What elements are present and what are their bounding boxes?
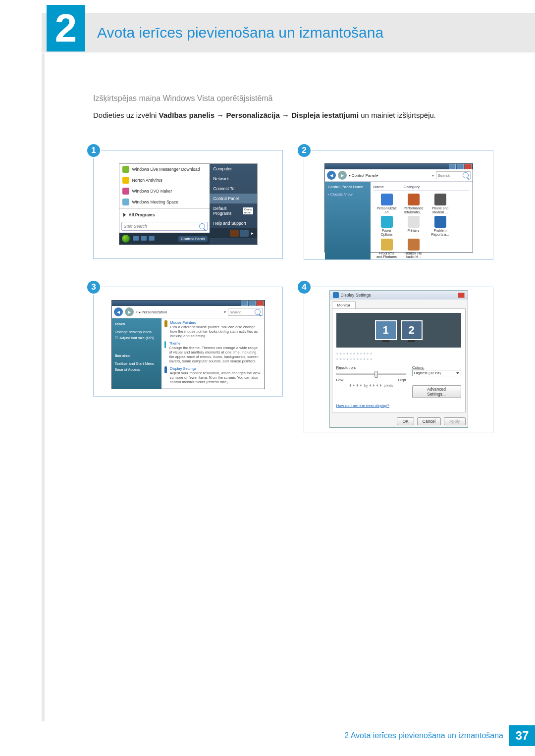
search-icon xyxy=(463,172,469,178)
chevron-right-icon xyxy=(123,213,126,217)
start-item[interactable]: Norton AntiVirus xyxy=(119,175,210,186)
resolution-slider[interactable] xyxy=(336,373,406,375)
pz-side-link[interactable]: Taskbar and Start Menu xyxy=(115,361,159,367)
start-right-item[interactable]: Default ProgramsCusto mize xyxy=(210,203,257,218)
search-placeholder: Start Search xyxy=(124,224,147,229)
cp-main: Name Category Personalizati onPerformanc… xyxy=(371,182,473,260)
maximize-icon[interactable] xyxy=(457,164,464,169)
back-icon[interactable]: ◀ xyxy=(327,171,336,180)
ok-button[interactable]: OK xyxy=(397,417,414,425)
advanced-settings-button[interactable]: Advanced Settings... xyxy=(412,385,461,398)
tasks-header: Tasks xyxy=(115,321,159,327)
pz-item[interactable]: Display SettingsAdjust your monitor reso… xyxy=(164,366,262,384)
start-right-item[interactable]: Network xyxy=(210,174,257,184)
screenshot-1: 1 Windows Live Messenger Download Norton… xyxy=(93,150,283,260)
nav-bar: ◀ ▶ ▸ Control Panel ▸ ▾ Search xyxy=(325,169,473,182)
start-right-item[interactable]: Connect To xyxy=(210,184,257,194)
monitor-2[interactable]: 2 xyxy=(401,320,423,340)
pz-item[interactable]: ThemeChange the theme. Themes can change… xyxy=(164,341,262,363)
close-icon[interactable] xyxy=(458,293,465,298)
cp-icon[interactable]: Programs and Features xyxy=(374,239,400,259)
start-search-input[interactable]: Start Search xyxy=(121,222,208,231)
start-item-label: Windows DVD Maker xyxy=(132,189,172,194)
start-right-item[interactable]: Computer xyxy=(210,164,257,174)
footer-text: 2 Avota ierīces pievienošana un izmantoš… xyxy=(344,731,503,740)
start-item[interactable]: Windows Meeting Space xyxy=(119,197,210,207)
forward-icon[interactable]: ▶ xyxy=(338,171,347,180)
breadcrumb[interactable]: « ▸ Personalization xyxy=(136,310,222,314)
body-tail: un mainiet izšķirtspēju. xyxy=(359,111,436,119)
slider-thumb[interactable] xyxy=(374,371,378,378)
masked-text: ∗∗∗∗∗∗∗∗∗∗∗ xyxy=(336,357,461,361)
all-programs[interactable]: All Programs xyxy=(119,210,210,220)
search-input[interactable]: Search xyxy=(436,171,471,179)
forward-icon[interactable]: ▶ xyxy=(125,307,134,316)
chapter-title: Avota ierīces pievienošana un izmantošan… xyxy=(97,24,383,41)
window-titlebar xyxy=(112,301,265,306)
breadcrumb[interactable]: ▸ Control Panel ▸ xyxy=(349,173,430,178)
close-icon[interactable] xyxy=(257,301,264,306)
chapter-header: Avota ierīces pievienošana un izmantošan… xyxy=(42,13,535,52)
search-icon xyxy=(255,309,261,315)
cp-classic-link[interactable]: • Classic View xyxy=(328,192,368,197)
minimize-icon[interactable] xyxy=(449,164,456,169)
pz-side-link[interactable]: 🛡 Adjust font size (DPI) xyxy=(115,335,159,341)
body-bold3: Displeja iestatījumi xyxy=(291,111,359,119)
back-icon[interactable]: ◀ xyxy=(114,307,123,316)
power-icon[interactable] xyxy=(230,230,239,237)
cp-icon[interactable]: Personalizati on xyxy=(374,194,400,214)
start-item-label: Windows Live Messenger Download xyxy=(132,167,200,172)
close-icon[interactable] xyxy=(465,164,472,169)
start-orb-icon[interactable] xyxy=(121,234,130,243)
resolution-label: Resolution: xyxy=(336,365,406,370)
power-row: ▸ xyxy=(210,228,257,238)
cp-icon[interactable]: Printers xyxy=(401,216,427,233)
all-programs-label: All Programs xyxy=(129,212,155,217)
slider-low: Low xyxy=(336,378,344,382)
apply-button[interactable]: Apply xyxy=(444,417,465,425)
pz-main: Mouse PointersPick a different mouse poi… xyxy=(161,318,265,389)
cp-headers: Name Category xyxy=(374,184,470,191)
screenshot-3: 3 ◀ ▶ « ▸ Personalization ▾ xyxy=(93,287,283,433)
cp-icon[interactable]: Problem Reports a... xyxy=(428,216,453,236)
chapter-number-badge: 2 xyxy=(47,5,85,51)
tab-monitor[interactable]: Monitor xyxy=(332,302,356,308)
cp-home-link[interactable]: Control Panel Home xyxy=(328,185,368,189)
page-number: 37 xyxy=(509,725,535,746)
taskbar-icons[interactable] xyxy=(132,235,156,242)
maximize-icon[interactable] xyxy=(249,301,256,306)
colors-label: Colors: xyxy=(412,365,461,370)
pz-side-link[interactable]: Ease of Access xyxy=(115,367,159,373)
pz-item[interactable]: Mouse PointersPick a different mouse poi… xyxy=(164,320,262,338)
start-item[interactable]: Windows DVD Maker xyxy=(119,186,210,197)
taskbar-active[interactable]: Control Panel xyxy=(178,236,207,242)
page-footer: 2 Avota ierīces pievienošana un izmantoš… xyxy=(344,725,535,746)
monitor-1[interactable]: 1 xyxy=(375,320,397,340)
body-bold2: Personalizācija xyxy=(226,111,279,119)
start-right-item-highlight[interactable]: Control Panel xyxy=(210,194,257,203)
cp-icon[interactable]: Phone and Modem ... xyxy=(428,194,453,214)
help-link[interactable]: How do I get the best display? xyxy=(336,403,389,408)
lock-icon[interactable] xyxy=(240,230,249,237)
pz-side-link[interactable]: Change desktop icons xyxy=(115,329,159,335)
cp-icon[interactable]: Realtek HD Audio M... xyxy=(401,239,427,259)
cancel-button[interactable]: Cancel xyxy=(417,417,441,425)
cp-icon[interactable]: Performance Informatio... xyxy=(401,194,427,214)
colors-combo[interactable]: Highest (32 bit) xyxy=(412,370,461,376)
start-item-label: Windows Meeting Space xyxy=(132,200,179,204)
slider-high: High xyxy=(398,378,406,382)
step-badge-1: 1 xyxy=(86,143,101,158)
chevron-right-icon[interactable]: ▸ xyxy=(250,230,256,237)
window-titlebar xyxy=(325,164,473,169)
step-badge-3: 3 xyxy=(86,280,101,295)
minimize-icon[interactable] xyxy=(241,301,248,306)
cp-icon[interactable]: Power Options xyxy=(374,216,400,236)
search-input[interactable]: Search xyxy=(228,308,263,316)
start-item[interactable]: Windows Live Messenger Download xyxy=(119,164,210,175)
step-badge-2: 2 xyxy=(297,143,312,158)
screenshot-2: 2 ◀ ▶ ▸ Control Panel ▸ ▾ xyxy=(304,150,493,260)
step-badge-4: 4 xyxy=(297,280,312,295)
personalization-window: ◀ ▶ « ▸ Personalization ▾ Search Tasks C… xyxy=(111,300,265,389)
window-titlebar: Display Settings xyxy=(330,291,468,300)
start-right-item[interactable]: Help and Support xyxy=(210,218,257,228)
